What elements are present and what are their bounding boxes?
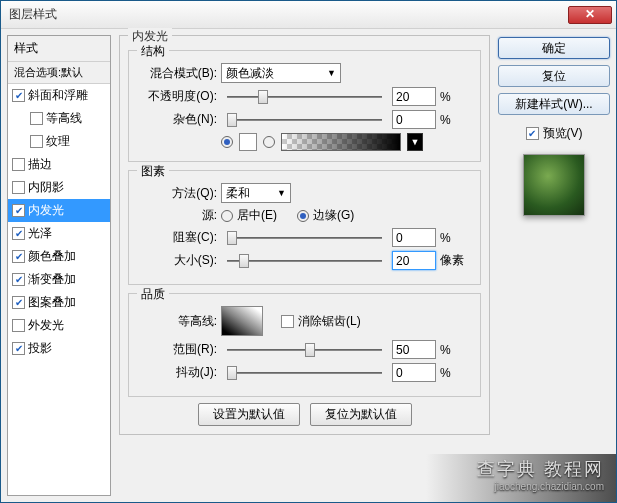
structure-legend: 结构: [137, 43, 169, 60]
elements-group: 图素 方法(Q): 柔和 ▼ 源: 居中(E) 边缘: [128, 170, 481, 285]
style-checkbox[interactable]: [12, 250, 25, 263]
structure-group: 结构 混合模式(B): 颜色减淡 ▼ 不透明度(O): %: [128, 50, 481, 162]
gradient-picker[interactable]: [281, 133, 401, 151]
preview-checkbox[interactable]: [526, 127, 539, 140]
source-edge-radio[interactable]: [297, 210, 309, 222]
color-swatch[interactable]: [239, 133, 257, 151]
sidebar-item-3[interactable]: 描边: [8, 153, 110, 176]
sidebar-item-11[interactable]: 投影: [8, 337, 110, 360]
sidebar-item-label: 渐变叠加: [28, 271, 76, 288]
sidebar-item-label: 描边: [28, 156, 52, 173]
sidebar-item-4[interactable]: 内阴影: [8, 176, 110, 199]
blend-mode-select[interactable]: 颜色减淡 ▼: [221, 63, 341, 83]
styles-sidebar: 样式 混合选项:默认 斜面和浮雕等高线纹理描边内阴影内发光光泽颜色叠加渐变叠加图…: [7, 35, 111, 496]
sidebar-item-9[interactable]: 图案叠加: [8, 291, 110, 314]
range-label: 范围(R):: [139, 341, 217, 358]
style-checkbox[interactable]: [30, 112, 43, 125]
effect-fieldset: 内发光 结构 混合模式(B): 颜色减淡 ▼ 不透明度(O):: [119, 35, 490, 435]
sidebar-subheader[interactable]: 混合选项:默认: [8, 62, 110, 84]
ok-button[interactable]: 确定: [498, 37, 610, 59]
cancel-button[interactable]: 复位: [498, 65, 610, 87]
sidebar-item-7[interactable]: 颜色叠加: [8, 245, 110, 268]
sidebar-item-6[interactable]: 光泽: [8, 222, 110, 245]
contour-picker[interactable]: [221, 306, 263, 336]
style-checkbox[interactable]: [12, 227, 25, 240]
sidebar-item-label: 斜面和浮雕: [28, 87, 88, 104]
sidebar-item-label: 外发光: [28, 317, 64, 334]
quality-group: 品质 等高线: 消除锯齿(L) 范围(R): %: [128, 293, 481, 397]
choke-label: 阻塞(C):: [139, 229, 217, 246]
main-panel: 内发光 结构 混合模式(B): 颜色减淡 ▼ 不透明度(O):: [115, 35, 494, 496]
new-style-button[interactable]: 新建样式(W)...: [498, 93, 610, 115]
jitter-input[interactable]: [392, 363, 436, 382]
jitter-slider[interactable]: [227, 365, 382, 381]
sidebar-item-1[interactable]: 等高线: [8, 107, 110, 130]
gradient-radio[interactable]: [263, 136, 275, 148]
sidebar-item-10[interactable]: 外发光: [8, 314, 110, 337]
source-center-radio[interactable]: [221, 210, 233, 222]
preview-label: 预览(V): [543, 125, 583, 142]
sidebar-item-label: 纹理: [46, 133, 70, 150]
style-checkbox[interactable]: [12, 181, 25, 194]
window-title: 图层样式: [5, 6, 568, 23]
style-checkbox[interactable]: [12, 319, 25, 332]
sidebar-item-label: 投影: [28, 340, 52, 357]
blend-mode-label: 混合模式(B):: [139, 65, 217, 82]
contour-label: 等高线:: [139, 313, 217, 330]
sidebar-item-label: 图案叠加: [28, 294, 76, 311]
noise-slider[interactable]: [227, 112, 382, 128]
quality-legend: 品质: [137, 286, 169, 303]
style-checkbox[interactable]: [12, 296, 25, 309]
size-input[interactable]: [392, 251, 436, 270]
sidebar-item-2[interactable]: 纹理: [8, 130, 110, 153]
source-label: 源:: [139, 207, 217, 224]
dialog-window: 图层样式 ✕ 样式 混合选项:默认 斜面和浮雕等高线纹理描边内阴影内发光光泽颜色…: [0, 0, 617, 503]
choke-input[interactable]: [392, 228, 436, 247]
titlebar: 图层样式 ✕: [1, 1, 616, 29]
method-label: 方法(Q):: [139, 185, 217, 202]
opacity-slider[interactable]: [227, 89, 382, 105]
sidebar-item-label: 内发光: [28, 202, 64, 219]
chevron-down-icon: ▼: [277, 188, 286, 198]
noise-input[interactable]: [392, 110, 436, 129]
range-input[interactable]: [392, 340, 436, 359]
sidebar-item-label: 内阴影: [28, 179, 64, 196]
style-checkbox[interactable]: [12, 273, 25, 286]
noise-label: 杂色(N):: [139, 111, 217, 128]
elements-legend: 图素: [137, 163, 169, 180]
reset-default-button[interactable]: 复位为默认值: [310, 403, 412, 426]
size-slider[interactable]: [227, 253, 382, 269]
close-button[interactable]: ✕: [568, 6, 612, 24]
style-checkbox[interactable]: [12, 342, 25, 355]
sidebar-item-5[interactable]: 内发光: [8, 199, 110, 222]
color-radio[interactable]: [221, 136, 233, 148]
style-checkbox[interactable]: [30, 135, 43, 148]
size-label: 大小(S):: [139, 252, 217, 269]
style-checkbox[interactable]: [12, 89, 25, 102]
opacity-input[interactable]: [392, 87, 436, 106]
jitter-label: 抖动(J):: [139, 364, 217, 381]
style-checkbox[interactable]: [12, 158, 25, 171]
sidebar-item-label: 等高线: [46, 110, 82, 127]
method-select[interactable]: 柔和 ▼: [221, 183, 291, 203]
sidebar-item-8[interactable]: 渐变叠加: [8, 268, 110, 291]
sidebar-header[interactable]: 样式: [8, 36, 110, 62]
gradient-dropdown[interactable]: ▼: [407, 133, 423, 151]
choke-slider[interactable]: [227, 230, 382, 246]
antialias-checkbox[interactable]: [281, 315, 294, 328]
sidebar-item-0[interactable]: 斜面和浮雕: [8, 84, 110, 107]
preview-thumbnail: [523, 154, 585, 216]
opacity-label: 不透明度(O):: [139, 88, 217, 105]
style-checkbox[interactable]: [12, 204, 25, 217]
make-default-button[interactable]: 设置为默认值: [198, 403, 300, 426]
sidebar-item-label: 光泽: [28, 225, 52, 242]
chevron-down-icon: ▼: [327, 68, 336, 78]
range-slider[interactable]: [227, 342, 382, 358]
right-column: 确定 复位 新建样式(W)... 预览(V): [498, 35, 610, 496]
sidebar-item-label: 颜色叠加: [28, 248, 76, 265]
